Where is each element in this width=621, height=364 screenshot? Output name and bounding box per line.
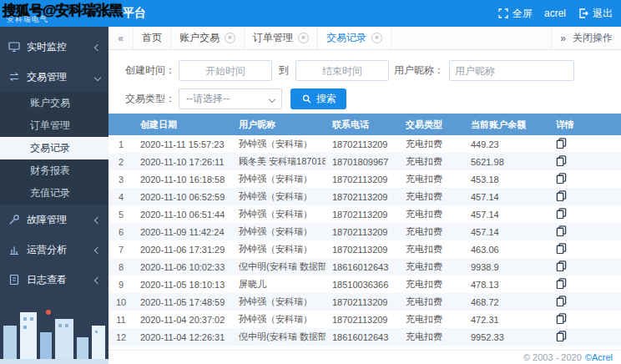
copy-detail-icon[interactable]	[556, 313, 567, 324]
create-date-cell: 2020-11-04 12:26:31	[134, 328, 232, 346]
phone-cell: 18702113209	[326, 311, 399, 328]
row-index: 7	[109, 240, 134, 258]
tab-label: 首页	[142, 31, 162, 45]
copy-detail-icon[interactable]	[556, 296, 567, 306]
sidebar-subitem-financial-reports[interactable]: 财务报表	[0, 159, 109, 182]
row-index: 8	[109, 258, 134, 276]
tab-trade-records[interactable]: 交易记录 ×	[318, 27, 391, 49]
tabs-scroll-left-icon[interactable]: «	[109, 27, 134, 49]
search-button[interactable]: 搜索	[290, 88, 346, 109]
create-date-cell: 2020-11-05 17:48:59	[134, 293, 232, 311]
sidebar-item-fault-management[interactable]: 故障管理	[0, 205, 109, 235]
end-time-input[interactable]	[295, 60, 389, 81]
username[interactable]: acrel	[544, 8, 566, 19]
tab-close-icon[interactable]: ×	[371, 33, 382, 43]
tab-home[interactable]: 首页	[134, 27, 171, 49]
trade-type-cell: 充电扣费	[399, 188, 464, 205]
tabs-scroll-right-icon: »	[560, 33, 566, 44]
search-icon	[300, 94, 312, 105]
tab-account-trade[interactable]: 账户交易 ×	[171, 27, 245, 49]
copy-detail-icon[interactable]	[556, 155, 567, 166]
row-index: 4	[109, 188, 134, 205]
nickname-cell: 孙钟强（安科瑞）	[232, 170, 326, 188]
phone-cell: 18702113209	[326, 170, 399, 188]
trade-type-cell: 充电扣费	[399, 258, 464, 276]
copy-detail-icon[interactable]	[556, 331, 567, 341]
trade-type-cell: 充电扣费	[399, 223, 464, 240]
footer-brand: ©Acrel	[585, 352, 613, 362]
start-time-input[interactable]	[179, 60, 272, 81]
phone-cell: 18510036366	[326, 276, 399, 293]
row-index: 11	[109, 311, 134, 328]
phone-cell: 18616012643	[326, 258, 399, 276]
copy-detail-icon[interactable]	[556, 173, 567, 184]
balance-cell: 9938.9	[464, 258, 549, 276]
tab-close-icon[interactable]: ×	[225, 33, 235, 43]
detail-cell	[549, 135, 621, 153]
create-date-cell: 2020-11-10 06:52:59	[134, 188, 232, 205]
sidebar-subitem-account-trade[interactable]: 账户交易	[0, 92, 109, 114]
wrench-icon	[8, 214, 20, 225]
balance-cell: 453.18	[464, 170, 549, 188]
trade-type-value: --请选择--	[186, 92, 230, 106]
phone-cell: 18702113209	[326, 188, 399, 205]
bar-chart-icon	[8, 244, 20, 255]
tab-bar: « 首页 账户交易 × 订单管理 × 交易记录 × » 关闭操作	[109, 27, 621, 50]
tab-order-management[interactable]: 订单管理 ×	[245, 27, 318, 49]
sidebar-subitem-trade-records[interactable]: 交易记录	[0, 137, 109, 159]
nickname-cell: 孙钟强（安科瑞）	[232, 188, 326, 205]
copy-detail-icon[interactable]	[556, 243, 567, 254]
table-row: 62020-11-09 11:42:24孙钟强（安科瑞）18702113209充…	[109, 223, 621, 240]
column-header-index	[109, 114, 134, 135]
table-row: 82020-11-06 10:02:33倪中明(安科瑞 数据部)18616012…	[109, 258, 621, 276]
sidebar-item-trade-management[interactable]: 交易管理	[0, 62, 109, 92]
trade-type-select[interactable]: --请选择--	[179, 88, 282, 109]
create-date-cell: 2020-11-09 11:42:24	[134, 223, 232, 240]
chevron-down-icon	[95, 71, 100, 83]
row-index: 5	[109, 205, 134, 223]
trade-type-cell: 充电扣费	[399, 153, 464, 170]
column-header-detail: 详情	[549, 114, 621, 135]
copy-detail-icon[interactable]	[556, 260, 567, 271]
logout-button[interactable]: 退出	[578, 7, 613, 21]
table-row: 72020-11-06 17:31:29孙钟强（安科瑞）18702113209充…	[109, 240, 621, 258]
table-row: 32020-11-10 16:18:58孙钟强（安科瑞）18702113209充…	[109, 170, 621, 188]
to-label: 到	[279, 63, 289, 78]
sidebar-item-log-view[interactable]: 日志查看	[0, 265, 109, 295]
chevron-left-icon	[95, 274, 100, 286]
chevron-left-icon	[95, 244, 100, 255]
page-title: 平台	[123, 6, 146, 21]
copy-detail-icon[interactable]	[556, 138, 567, 149]
trade-type-cell: 充电扣费	[399, 240, 464, 258]
copy-detail-icon[interactable]	[556, 225, 567, 236]
nickname-input[interactable]	[449, 60, 574, 81]
close-operations-menu[interactable]: » 关闭操作	[551, 27, 621, 49]
phone-cell: 18616012643	[326, 328, 399, 346]
menu-label: 运营分析	[27, 243, 67, 257]
chevron-left-icon	[95, 41, 100, 53]
sidebar-subitem-order-management[interactable]: 订单管理	[0, 114, 109, 137]
copy-detail-icon[interactable]	[556, 190, 567, 201]
detail-cell	[549, 153, 621, 170]
trade-type-cell: 充电扣费	[399, 170, 464, 188]
tab-close-icon[interactable]: ×	[298, 33, 309, 43]
detail-cell	[549, 328, 621, 346]
copy-detail-icon[interactable]	[556, 278, 567, 289]
trade-type-label: 交易类型：	[120, 92, 175, 106]
sidebar-subitem-recharge-records[interactable]: 充值记录	[0, 182, 109, 205]
fullscreen-button[interactable]: 全屏	[497, 7, 533, 21]
nickname-cell: 顾冬美 安科瑞1870180	[232, 153, 326, 170]
balance-cell: 463.06	[464, 240, 549, 258]
row-index: 12	[109, 328, 134, 346]
create-date-cell: 2020-11-06 10:02:33	[134, 258, 232, 276]
balance-cell: 449.23	[464, 135, 549, 153]
sidebar-item-realtime-monitor[interactable]: 实时监控	[0, 32, 109, 62]
menu-label: 实时监控	[27, 40, 67, 54]
phone-cell: 18702113209	[326, 293, 399, 311]
copy-detail-icon[interactable]	[556, 208, 567, 219]
tab-label: 订单管理	[253, 31, 293, 45]
tab-label: 账户交易	[179, 31, 220, 45]
table-row: 122020-11-04 12:26:31倪中明(安科瑞 数据部)1861601…	[109, 328, 621, 346]
nickname-cell: 孙钟强（安科瑞）	[232, 311, 326, 328]
sidebar-item-operation-analysis[interactable]: 运营分析	[0, 235, 109, 265]
